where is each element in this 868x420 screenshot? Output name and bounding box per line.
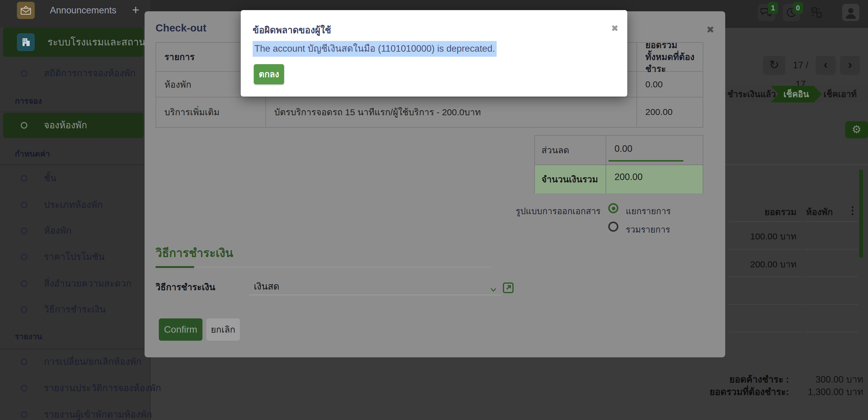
column-header-total[interactable]: ยอดรวม [748, 205, 797, 217]
due-label: ยอดค้างชำระ : [683, 372, 789, 384]
pager-next-button[interactable]: › [840, 56, 860, 75]
sum-label: จำนวนเงินรวม [535, 165, 606, 193]
status-tab-paid[interactable]: ชำระเงินแล้ว [725, 86, 778, 102]
bullet-icon [21, 306, 27, 313]
sidebar-app-label[interactable]: ระบบโรงแรมและสถานที่— [48, 28, 146, 57]
sidebar-item-room-type[interactable]: ประเภทห้องพัก [0, 196, 151, 214]
sidebar-item-facility[interactable]: สิ่งอำนวยความสะดวก [0, 275, 151, 293]
radio-combined-items[interactable] [608, 221, 618, 232]
grand-total-row: ยอดรวมที่ต้องชำระ: 1,300.00 บาท [683, 384, 863, 397]
checkout-modal-title: Check-out [156, 22, 206, 34]
error-close-button[interactable]: ✖ [608, 22, 621, 35]
table-border [729, 221, 802, 222]
checkout-table-row: บริการเพิ่มเติม บัตรบริการจอดรถ 15 นาทีแ… [156, 97, 703, 126]
payment-section-heading: วิธีการชำระเงิน [156, 244, 233, 262]
status-tab-checkin[interactable]: เช็คอิน [771, 86, 822, 102]
cell-desc: บัตรบริการจอดรถ 15 นาทีแรก/ผู้ใช้บริการ … [266, 97, 637, 126]
external-link-icon[interactable] [503, 282, 514, 294]
section-divider [194, 267, 491, 267]
sum-value-cell: 200.00 [606, 165, 703, 193]
table-border [804, 221, 858, 222]
bullet-icon [21, 175, 27, 181]
table-border [804, 249, 858, 249]
bullet-icon [21, 122, 27, 129]
sidebar-item-booking[interactable]: จองห้องพัก [0, 116, 151, 134]
sidebar-section-booking: การจอง [15, 94, 133, 106]
doc-format-label: รูปแบบการออกเอกสาร [508, 204, 600, 216]
hotel-app-icon [17, 33, 35, 51]
sidebar-item-guest-report[interactable]: รายงานผู้เข้าพักตามห้องพัก [0, 406, 151, 420]
cancel-button[interactable]: ยกเลิก [206, 319, 240, 341]
select-underline [249, 295, 502, 295]
table-border [729, 276, 802, 277]
refresh-button[interactable]: ↻ [763, 56, 785, 75]
chevron-down-icon[interactable] [489, 285, 498, 294]
discount-label: ส่วนลด [535, 136, 606, 164]
payment-method-label: วิธีการชำระเงิน [156, 280, 215, 294]
divider [725, 164, 868, 165]
checkout-close-button[interactable]: ✖ [704, 23, 717, 36]
pager-prev-button[interactable]: ‹ [816, 56, 836, 75]
radio-separate-items-label[interactable]: แยกรายการ [626, 204, 671, 218]
scrollbar-thumb[interactable] [859, 169, 863, 258]
discount-input[interactable]: 0.00 [615, 144, 632, 154]
sum-row: จำนวนเงินรวม 200.00 [535, 164, 703, 193]
bullet-icon [21, 202, 27, 208]
sidebar-item-room[interactable]: ห้องพัก [0, 222, 151, 240]
gear-button[interactable]: ⚙ [845, 121, 868, 139]
kebab-menu-icon[interactable]: ⋮ [847, 204, 859, 217]
radio-combined-items-label[interactable]: รวมรายการ [626, 223, 670, 236]
table-cell-total-1: 100.00 บาท [727, 229, 797, 243]
table-border [804, 332, 858, 332]
divider [0, 164, 148, 165]
bullet-icon [21, 359, 27, 365]
column-header-room[interactable]: ห้องพัก [806, 205, 839, 217]
bullet-icon [21, 411, 27, 418]
confirm-button[interactable]: Confirm [159, 319, 203, 341]
error-dialog: ข้อผิดพลาดของผู้ใช้ ✖ The account บัญชีเ… [241, 10, 627, 96]
divider [0, 112, 148, 112]
ok-button[interactable]: ตกลง [254, 64, 284, 84]
sidebar-item-change-cancel[interactable]: การเปลี่ยน/ยกเลิกห้องพัก [0, 353, 151, 371]
bullet-icon [21, 385, 27, 391]
selected-text: The account บัญชีเงินสดในมือ (1101010000… [253, 41, 497, 57]
chat-button[interactable]: 1 [758, 4, 775, 21]
grand-total-value: 1,300.00 บาท [789, 384, 863, 397]
sidebar-item-promo[interactable]: ราคาโปรโมชัน [0, 248, 151, 266]
header-amount: ยอดรวมทั้งหมดที่ต้องชำระ [637, 43, 703, 71]
sidebar-item-history-report[interactable]: รายงานประวัติการจองห้องพัก [0, 379, 151, 397]
bullet-icon [21, 280, 27, 287]
table-border [729, 249, 802, 249]
section-divider-accent [156, 266, 194, 268]
chat-badge: 1 [768, 2, 778, 14]
bullet-icon [21, 254, 27, 260]
sidebar-section-report: รายงาน [15, 330, 133, 342]
cell-amount: 200.00 [637, 97, 703, 126]
discount-row: ส่วนลด 0.00 [535, 136, 703, 164]
table-border [729, 332, 802, 332]
discount-field[interactable]: 0.00 [606, 136, 703, 164]
grand-total-label: ยอดรวมที่ต้องชำระ: [683, 384, 789, 397]
sidebar-item-floor[interactable]: ชั้น [0, 169, 151, 187]
language-button[interactable]: A [808, 4, 825, 21]
table-border [804, 304, 858, 305]
payment-method-select[interactable]: เงินสด [254, 279, 279, 294]
bullet-icon [21, 228, 27, 234]
cell-item: บริการเพิ่มเติม [156, 97, 266, 126]
translate-icon: A [808, 4, 825, 21]
user-avatar[interactable] [842, 4, 859, 21]
table-border [804, 276, 858, 277]
table-border [729, 304, 802, 305]
sum-value: 200.00 [615, 172, 643, 182]
activity-button[interactable]: 0 [783, 4, 800, 21]
radio-separate-items[interactable] [608, 203, 618, 213]
divider [0, 349, 148, 349]
announcement-icon [17, 2, 35, 19]
sidebar-item-payment-method[interactable]: วิธีการชำระเงิน [0, 301, 151, 319]
activity-badge: 0 [793, 2, 803, 14]
sidebar-item-statistics[interactable]: สถิติการการจองห้องพัก [0, 64, 151, 82]
error-message: The account บัญชีเงินสดในมือ (1101010000… [253, 41, 497, 56]
add-announcement-button[interactable]: + [128, 2, 143, 19]
bullet-icon [21, 70, 27, 77]
status-tab-checkout[interactable]: เช็คเอาท์ [814, 86, 866, 102]
